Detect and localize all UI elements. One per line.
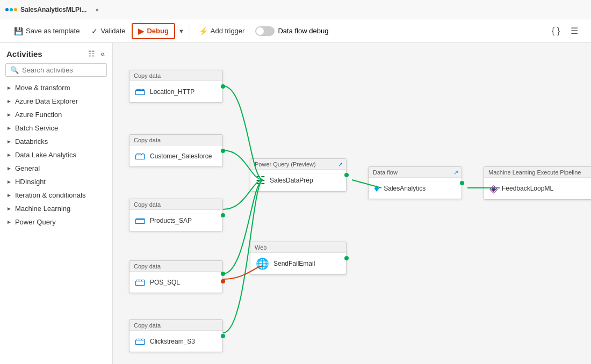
node-label-ml: FeedbackLoopML xyxy=(502,185,553,192)
toggle-knob xyxy=(256,27,264,35)
arrow-icon: ► xyxy=(6,152,12,158)
toolbar-right: { } ☰ xyxy=(547,23,582,39)
node-label-pos: POS_SQL xyxy=(150,279,180,286)
node-body-customer: 🗃 Customer_Salesforce xyxy=(129,145,222,166)
logo-dots xyxy=(5,8,17,11)
node-body-location: 🗃 Location_HTTP xyxy=(129,81,222,102)
node-machine-learning-pipeline[interactable]: Machine Learning Execute Pipeline ◈ Feed… xyxy=(484,166,591,200)
arrow-icon: ► xyxy=(6,179,12,185)
connector-web-success xyxy=(344,256,349,260)
web-icon: 🌐 xyxy=(256,257,269,270)
sidebar-item-power-query[interactable]: ► Power Query xyxy=(0,215,112,229)
dataflow-debug-label: Data flow debug xyxy=(278,27,328,35)
node-pos-sql[interactable]: Copy data 🗃 POS_SQL xyxy=(129,260,223,293)
connector-success-5 xyxy=(221,334,225,338)
top-bar: SalesAnalyticsMLPi... ● xyxy=(0,0,591,19)
arrow-icon: ► xyxy=(6,125,12,131)
node-label-customer: Customer_Salesforce xyxy=(150,152,212,160)
copy-data-icon-3: 🗃 xyxy=(135,214,146,227)
node-header-ml: Machine Learning Execute Pipeline xyxy=(484,167,591,178)
node-label-web: SendFailEmail xyxy=(273,260,315,267)
node-label-location: Location_HTTP xyxy=(150,88,194,96)
sidebar: Activities ☷ « 🔍 ► Move & transform ► Az… xyxy=(0,43,113,364)
arrow-icon: ► xyxy=(6,219,12,225)
search-icon: 🔍 xyxy=(10,66,19,74)
sidebar-item-hdinsight[interactable]: ► HDInsight xyxy=(0,175,112,188)
sidebar-collapse-icon[interactable]: « xyxy=(99,48,106,59)
copy-data-icon: 🗃 xyxy=(135,85,146,98)
connector-fail xyxy=(221,279,225,283)
settings-icon-button[interactable]: ☰ xyxy=(566,23,582,39)
sidebar-item-databricks[interactable]: ► Databricks xyxy=(0,135,112,148)
debug-dropdown-button[interactable]: ▼ xyxy=(176,25,186,37)
dataflow-debug-toggle[interactable] xyxy=(255,26,275,36)
node-body-pq: ☷ SalesDataPrep xyxy=(250,170,346,191)
node-clickstream-s3[interactable]: Copy data 🗃 Clickstream_S3 xyxy=(129,319,223,352)
sidebar-item-data-lake-analytics[interactable]: ► Data Lake Analytics xyxy=(0,148,112,162)
connector-success-3 xyxy=(221,213,225,217)
copy-data-icon-2: 🗃 xyxy=(135,150,146,162)
arrow-icon: ► xyxy=(6,165,12,171)
sidebar-item-azure-data-explorer[interactable]: ► Azure Data Explorer xyxy=(0,94,112,108)
node-body-pos: 🗃 POS_SQL xyxy=(129,272,222,293)
sidebar-item-move-transform[interactable]: ► Move & transform xyxy=(0,81,112,94)
node-header-pos: Copy data xyxy=(129,261,222,272)
sidebar-filter-icon[interactable]: ☷ xyxy=(87,48,96,59)
search-input[interactable] xyxy=(22,66,102,74)
add-trigger-button[interactable]: ⚡ Add trigger xyxy=(193,24,250,38)
sidebar-title: Activities xyxy=(6,49,42,59)
play-icon: ▶ xyxy=(138,27,144,35)
toolbar: 💾 Save as template ✓ Validate ▶ Debug ▼ … xyxy=(0,19,591,43)
sidebar-item-general[interactable]: ► General xyxy=(0,162,112,175)
save-icon: 💾 xyxy=(14,27,23,35)
node-header-web: Web xyxy=(250,242,346,253)
dot-blue xyxy=(5,8,9,11)
external-link-icon-df[interactable]: ↗ xyxy=(453,169,458,176)
node-body-web: 🌐 SendFailEmail xyxy=(250,253,346,274)
sidebar-item-iteration-conditionals[interactable]: ► Iteration & conditionals xyxy=(0,188,112,202)
node-data-flow[interactable]: Data flow ↗ ♦ SalesAnalytics xyxy=(368,166,462,199)
connector-pq-success xyxy=(344,173,349,177)
node-body-products: 🗃 Products_SAP xyxy=(129,210,222,231)
sidebar-item-machine-learning[interactable]: ► Machine Learning xyxy=(0,202,112,215)
node-label-pq: SalesDataPrep xyxy=(270,177,313,184)
trigger-icon: ⚡ xyxy=(199,27,208,35)
debug-button[interactable]: ▶ Debug xyxy=(132,23,175,39)
arrow-icon: ► xyxy=(6,98,12,104)
arrow-icon: ► xyxy=(6,206,12,212)
toolbar-separator xyxy=(190,25,190,38)
connector-success xyxy=(221,84,225,89)
search-box: 🔍 xyxy=(5,63,107,77)
dot-orange xyxy=(14,8,17,11)
sidebar-item-azure-function[interactable]: ► Azure Function xyxy=(0,108,112,121)
connector-success-4 xyxy=(221,272,225,276)
node-power-query[interactable]: Power Query (Preview) ↗ ☷ SalesDataPrep xyxy=(250,158,347,192)
copy-data-icon-4: 🗃 xyxy=(135,276,146,288)
connector-success-2 xyxy=(221,149,225,153)
pq-icon: ☷ xyxy=(256,174,265,187)
validate-button[interactable]: ✓ Validate xyxy=(86,24,131,38)
node-customer-salesforce[interactable]: Copy data 🗃 Customer_Salesforce xyxy=(129,134,223,167)
code-icon-button[interactable]: { } xyxy=(547,23,564,39)
node-label-clickstream: Clickstream_S3 xyxy=(150,338,195,345)
canvas-area[interactable]: Copy data 🗃 Location_HTTP Copy data 🗃 Cu… xyxy=(113,43,591,364)
sidebar-item-batch-service[interactable]: ► Batch Service xyxy=(0,121,112,135)
arrow-icon: ► xyxy=(6,192,12,198)
node-body-df: ♦ SalesAnalytics xyxy=(369,178,462,199)
copy-data-icon-5: 🗃 xyxy=(135,335,146,347)
df-icon: ♦ xyxy=(374,182,379,194)
ml-icon: ◈ xyxy=(489,182,498,195)
node-location-http[interactable]: Copy data 🗃 Location_HTTP xyxy=(129,70,223,103)
canvas-inner: Copy data 🗃 Location_HTTP Copy data 🗃 Cu… xyxy=(113,43,591,364)
save-as-template-button[interactable]: 💾 Save as template xyxy=(9,24,85,38)
arrow-icon: ► xyxy=(6,85,12,91)
node-web-send-fail[interactable]: Web 🌐 SendFailEmail xyxy=(250,242,347,275)
sidebar-icons: ☷ « xyxy=(87,48,106,59)
external-link-icon-pq[interactable]: ↗ xyxy=(338,161,343,168)
tab-close-icon[interactable]: ● xyxy=(95,6,99,13)
node-body-ml: ◈ FeedbackLoopML xyxy=(484,178,591,199)
node-products-sap[interactable]: Copy data 🗃 Products_SAP xyxy=(129,199,223,231)
node-header-products: Copy data xyxy=(129,199,222,210)
app-title: SalesAnalyticsMLPi... xyxy=(20,6,87,13)
node-body-clickstream: 🗃 Clickstream_S3 xyxy=(129,331,222,352)
